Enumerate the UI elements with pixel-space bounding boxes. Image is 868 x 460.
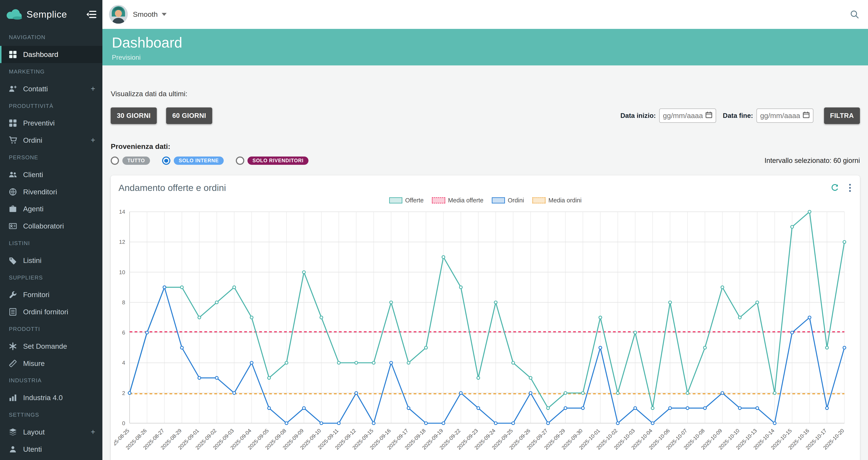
sidebar-item-ordini-fornitori[interactable]: Ordini fornitori — [0, 303, 102, 321]
svg-text:12: 12 — [119, 239, 125, 245]
legend-label: Media ordini — [548, 197, 582, 204]
source-option-badge: TUTTO — [122, 157, 150, 165]
period-filter-row: 30 GIORNI 60 GIORNI Data inizio: gg/mm/a… — [111, 107, 860, 124]
calendar-icon[interactable] — [803, 111, 810, 120]
order-list-icon — [9, 308, 18, 316]
sidebar-item-fornitori[interactable]: Fornitori — [0, 286, 102, 303]
svg-text:8: 8 — [122, 299, 125, 305]
sidebar-item-label: Ordini — [23, 136, 42, 144]
sidebar-item-listini[interactable]: Listini — [0, 252, 102, 269]
main-column: Smooth Dashboard Previsioni Visualizza d… — [102, 0, 868, 460]
app-root: Semplice NAVIGATIONDashboardMARKETINGCon… — [0, 0, 868, 460]
sidebar-item-ordini[interactable]: Ordini+ — [0, 132, 102, 149]
legend-label: Media offerte — [448, 197, 484, 204]
legend-item-offerte[interactable]: Offerte — [389, 197, 424, 204]
chart-area: 024681012142025-08-252025-08-262025-08-2… — [111, 206, 860, 460]
sidebar-item-utenti[interactable]: Utenti — [0, 441, 102, 458]
sidebar-item-industria-4-0[interactable]: Industria 4.0 — [0, 389, 102, 406]
sidebar-item-label: Dashboard — [23, 50, 58, 59]
radio-icon[interactable] — [236, 157, 244, 165]
radio-icon[interactable] — [111, 157, 119, 165]
expand-plus-icon[interactable]: + — [91, 85, 95, 93]
svg-text:14: 14 — [119, 208, 125, 215]
ruler-icon — [9, 359, 18, 368]
chart-svg: 024681012142025-08-252025-08-262025-08-2… — [114, 206, 848, 460]
date-from-input[interactable]: gg/mm/aaaa — [659, 108, 716, 123]
chart-card-actions — [831, 184, 851, 192]
dashboard-icon — [9, 50, 18, 59]
sidebar-section-suppliers: SUPPLIERS — [0, 269, 102, 286]
source-filter-row: TUTTOSOLO INTERNESOLO RIVENDITORI Interv… — [111, 157, 860, 165]
sidebar-item-dashboard[interactable]: Dashboard — [0, 46, 102, 63]
expand-plus-icon[interactable]: + — [91, 428, 95, 436]
sidebar-item-label: Set Domande — [23, 342, 67, 351]
period-filter-label: Visualizza dati da ultimi: — [111, 90, 860, 98]
sidebar-section-produttivit: PRODUTTIVITÀ — [0, 97, 102, 115]
selected-interval-text: Intervallo selezionato: 60 giorni — [765, 157, 860, 165]
source-option-badge: SOLO INTERNE — [174, 157, 224, 165]
sidebar-item-label: Collaboratori — [23, 222, 64, 230]
page-title: Dashboard — [112, 34, 859, 51]
sidebar-item-label: Contatti — [23, 85, 48, 93]
chart-title: Andamento offerte e ordini — [119, 183, 226, 193]
legend-label: Offerte — [405, 197, 424, 204]
search-icon[interactable] — [850, 10, 859, 19]
sidebar-item-label: Ordini fornitori — [23, 308, 68, 316]
period-60-days-button[interactable]: 60 GIORNI — [166, 107, 212, 124]
svg-text:2: 2 — [122, 390, 125, 396]
sidebar: Semplice NAVIGATIONDashboardMARKETINGCon… — [0, 0, 102, 460]
expand-plus-icon[interactable]: + — [91, 136, 95, 144]
sidebar-item-preventivi[interactable]: Preventivi — [0, 115, 102, 132]
sidebar-item-set-domande[interactable]: Set Domande — [0, 338, 102, 355]
content: Visualizza dati da ultimi: 30 GIORNI 60 … — [102, 65, 868, 460]
topbar: Smooth — [102, 0, 868, 29]
sidebar-collapse-icon[interactable] — [86, 10, 97, 19]
industry-icon — [9, 394, 18, 402]
date-to-label: Data fine: — [723, 112, 753, 120]
kebab-menu-icon[interactable] — [849, 184, 851, 192]
legend-item-media-ordini[interactable]: Media ordini — [532, 197, 582, 204]
user-name[interactable]: Smooth — [133, 10, 158, 19]
date-filter-group: Data inizio: gg/mm/aaaa Data fine: — [620, 107, 860, 124]
chart-card: Andamento offerte e ordini — [111, 175, 860, 460]
date-to-input[interactable]: gg/mm/aaaa — [756, 108, 813, 123]
period-30-days-button[interactable]: 30 GIORNI — [111, 107, 157, 124]
sidebar-item-label: Industria 4.0 — [23, 394, 63, 402]
legend-item-ordini[interactable]: Ordini — [492, 197, 524, 204]
chevron-down-icon[interactable] — [162, 13, 166, 16]
svg-text:6: 6 — [122, 329, 125, 336]
calendar-icon[interactable] — [705, 111, 713, 120]
sidebar-item-label: Rivenditori — [23, 188, 57, 196]
sidebar-item-layout[interactable]: Layout+ — [0, 424, 102, 441]
sidebar-item-collaboratori[interactable]: Collaboratori — [0, 218, 102, 235]
sidebar-item-label: Utenti — [23, 445, 42, 453]
sidebar-item-agenti[interactable]: Agenti — [0, 200, 102, 218]
sidebar-item-misure[interactable]: Misure — [0, 355, 102, 372]
sidebar-item-label: Clienti — [23, 170, 43, 179]
source-option-tutto[interactable]: TUTTO — [111, 157, 150, 165]
legend-item-media-offerte[interactable]: Media offerte — [432, 197, 483, 204]
layout-icon — [9, 428, 18, 436]
source-option-solo-interne[interactable]: SOLO INTERNE — [162, 157, 224, 165]
sidebar-section-marketing: MARKETING — [0, 63, 102, 80]
contacts-icon — [9, 85, 18, 93]
svg-text:10: 10 — [119, 269, 125, 275]
app-title: Semplice — [27, 9, 67, 20]
filter-button[interactable]: FILTRA — [824, 107, 860, 124]
sidebar-item-contatti[interactable]: Contatti+ — [0, 80, 102, 97]
page-subtitle: Previsioni — [112, 54, 859, 61]
date-from-label: Data inizio: — [620, 112, 656, 120]
legend-swatch — [492, 197, 505, 203]
radio-icon[interactable] — [162, 157, 170, 165]
page-header: Dashboard Previsioni — [102, 29, 868, 65]
source-options: TUTTOSOLO INTERNESOLO RIVENDITORI — [111, 157, 320, 165]
avatar[interactable] — [109, 5, 128, 24]
sidebar-item-clienti[interactable]: Clienti — [0, 166, 102, 183]
source-option-solo-rivenditori[interactable]: SOLO RIVENDITORI — [236, 157, 308, 165]
sidebar-item-rivenditori[interactable]: Rivenditori — [0, 183, 102, 200]
globe-icon — [9, 188, 18, 196]
sidebar-section-settings: SETTINGS — [0, 406, 102, 424]
sidebar-item-label: Preventivi — [23, 119, 55, 127]
refresh-icon[interactable] — [831, 184, 839, 192]
sidebar-section-listini: LISTINI — [0, 235, 102, 252]
